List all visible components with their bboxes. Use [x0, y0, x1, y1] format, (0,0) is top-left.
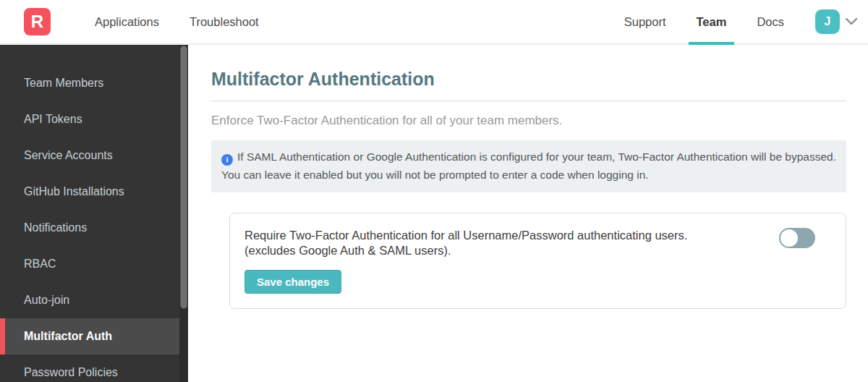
sidebar-scrollbar-thumb[interactable] [180, 46, 187, 309]
main-content: Multifactor Authentication Enforce Two-F… [188, 45, 868, 382]
sidebar-item-notifications[interactable]: Notifications [0, 210, 179, 246]
user-avatar[interactable]: J [815, 9, 840, 34]
setting-label: Require Two-Factor Authentication for al… [244, 228, 687, 258]
sidebar-item-rbac[interactable]: RBAC [0, 246, 179, 282]
top-header: R Applications Troubleshoot Support Team… [0, 0, 868, 45]
sidebar-item-github-installations[interactable]: GitHub Installations [0, 174, 179, 210]
sidebar-scrollbar-track[interactable] [179, 45, 188, 382]
sidebar-item-auto-join[interactable]: Auto-join [0, 282, 179, 318]
info-note-text: If SAML Authentication or Google Authent… [221, 150, 836, 181]
body-row: Team Members API Tokens Service Accounts… [0, 45, 868, 382]
sidebar-item-service-accounts[interactable]: Service Accounts [0, 137, 179, 174]
require-2fa-toggle[interactable] [779, 228, 815, 248]
setting-label-line2: (excludes Google Auth & SAML users). [244, 243, 687, 258]
chevron-down-icon[interactable] [845, 17, 858, 26]
sidebar-item-password-policies[interactable]: Password Policies [0, 355, 179, 382]
primary-nav: Applications Troubleshoot [80, 0, 274, 43]
mfa-setting-card: Require Two-Factor Authentication for al… [229, 213, 846, 309]
page-description: Enforce Two-Factor Authentication for al… [211, 114, 846, 128]
setting-label-line1: Require Two-Factor Authentication for al… [244, 228, 687, 243]
sidebar-item-multifactor-auth[interactable]: Multifactor Auth [0, 318, 179, 355]
toggle-knob [780, 229, 798, 247]
rollbar-logo[interactable]: R [24, 8, 51, 35]
nav-item-docs[interactable]: Docs [749, 0, 792, 43]
info-note: iIf SAML Authentication or Google Authen… [211, 140, 846, 192]
save-changes-button[interactable]: Save changes [244, 270, 341, 294]
settings-sidebar: Team Members API Tokens Service Accounts… [0, 45, 188, 382]
page-title: Multifactor Authentication [211, 69, 846, 90]
secondary-nav: Support Team Docs [609, 0, 799, 43]
nav-item-troubleshoot[interactable]: Troubleshoot [182, 0, 267, 43]
nav-item-support[interactable]: Support [616, 0, 674, 43]
sidebar-item-api-tokens[interactable]: API Tokens [0, 101, 179, 137]
nav-item-applications[interactable]: Applications [87, 0, 167, 43]
info-icon: i [221, 154, 233, 166]
title-divider [211, 101, 846, 101]
sidebar-item-team-members[interactable]: Team Members [0, 65, 179, 101]
nav-item-team[interactable]: Team [689, 0, 735, 43]
